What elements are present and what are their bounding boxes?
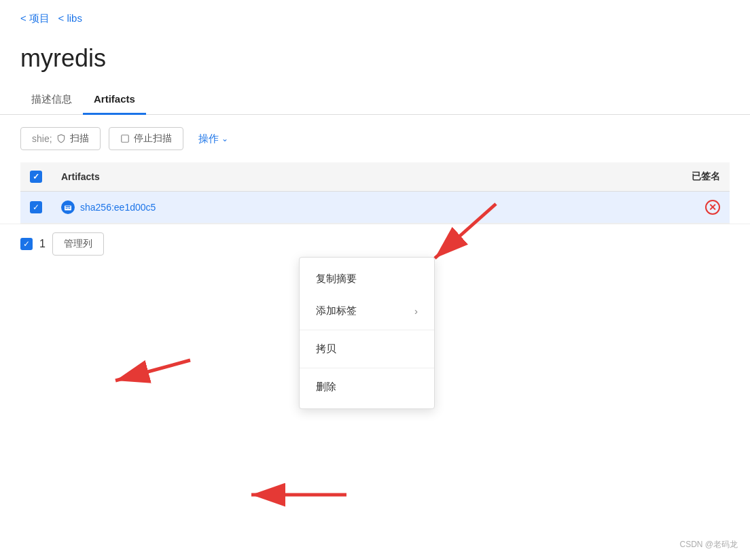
dropdown-item-delete[interactable]: 删除 bbox=[300, 371, 434, 403]
bottom-checkbox[interactable]: ✓ bbox=[20, 238, 33, 250]
dropdown-item-add-tag[interactable]: 添加标签 › bbox=[300, 295, 434, 327]
dropdown-menu: 复制摘要 添加标签 › 拷贝 删除 bbox=[299, 257, 435, 409]
col-signed-header: 已签名 bbox=[530, 162, 730, 192]
stop-scan-icon bbox=[120, 134, 130, 143]
chevron-down-icon: ⌄ bbox=[221, 134, 228, 143]
dropdown-divider bbox=[300, 330, 434, 330]
shield-icon: shie; bbox=[32, 133, 52, 144]
copy-label: 拷贝 bbox=[316, 343, 336, 355]
breadcrumb-project[interactable]: < 项目 bbox=[20, 12, 50, 24]
selected-count: 1 bbox=[39, 238, 46, 250]
scan-button[interactable]: shie; 扫描 bbox=[20, 127, 101, 150]
row-checkbox[interactable]: ✓ bbox=[30, 201, 42, 213]
dropdown-item-copy-digest[interactable]: 复制摘要 bbox=[300, 263, 434, 295]
breadcrumb-libs[interactable]: < libs bbox=[58, 12, 82, 24]
toolbar: shie; 扫描 停止扫描 操作 ⌄ bbox=[0, 115, 750, 162]
breadcrumb: < 项目 < libs bbox=[0, 0, 750, 32]
delete-label: 删除 bbox=[316, 381, 336, 393]
arrow-to-delete bbox=[211, 476, 360, 517]
dropdown-divider-2 bbox=[300, 368, 434, 368]
svg-rect-0 bbox=[121, 135, 128, 143]
artifacts-table: ✓ Artifacts 已签名 ✓ sha256:ee1d00c5 bbox=[20, 162, 730, 224]
copy-digest-label: 复制摘要 bbox=[316, 273, 357, 285]
col-artifacts-header: Artifacts bbox=[52, 162, 530, 192]
manage-columns-button[interactable]: 管理列 bbox=[52, 232, 104, 256]
submenu-arrow-icon: › bbox=[414, 305, 418, 317]
tabs-bar: 描述信息 Artifacts bbox=[0, 86, 750, 115]
add-tag-label: 添加标签 bbox=[316, 304, 357, 317]
operation-button[interactable]: 操作 ⌄ bbox=[192, 128, 235, 150]
manage-columns-label: 管理列 bbox=[64, 238, 92, 250]
arrow-to-artifact bbox=[82, 347, 204, 401]
stop-scan-button[interactable]: 停止扫描 bbox=[109, 127, 183, 150]
page-title: myredis bbox=[0, 32, 750, 86]
operation-label: 操作 bbox=[198, 133, 219, 145]
scan-label: 扫描 bbox=[70, 133, 89, 145]
dropdown-item-copy[interactable]: 拷贝 bbox=[300, 333, 434, 365]
select-all-checkbox[interactable]: ✓ bbox=[30, 171, 42, 183]
tab-artifacts[interactable]: Artifacts bbox=[83, 86, 146, 115]
scan-shield-icon bbox=[56, 134, 66, 143]
stop-scan-label: 停止扫描 bbox=[134, 133, 172, 145]
artifact-link[interactable]: sha256:ee1d00c5 bbox=[61, 200, 520, 214]
artifact-hash: sha256:ee1d00c5 bbox=[80, 202, 156, 213]
artifacts-table-container: ✓ Artifacts 已签名 ✓ sha256:ee1d00c5 bbox=[0, 162, 750, 224]
artifact-icon bbox=[61, 200, 75, 214]
watermark: CSDN @老码龙 bbox=[679, 539, 738, 550]
signed-status-icon: ✕ bbox=[705, 200, 720, 215]
table-row[interactable]: ✓ sha256:ee1d00c5 ✕ bbox=[20, 192, 730, 224]
tab-describe[interactable]: 描述信息 bbox=[20, 86, 83, 115]
